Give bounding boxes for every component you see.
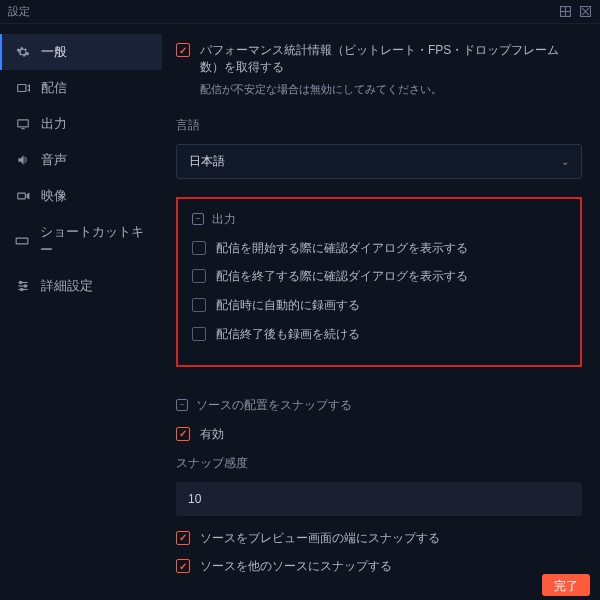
snap-sensitivity-input[interactable]: 10 xyxy=(176,482,582,516)
checkbox[interactable] xyxy=(192,269,206,283)
checkbox[interactable] xyxy=(176,531,190,545)
checkbox[interactable] xyxy=(192,241,206,255)
svg-point-15 xyxy=(20,281,22,283)
footer: 完了 xyxy=(0,574,600,600)
broadcast-icon xyxy=(15,80,31,96)
output-icon xyxy=(15,116,31,132)
sidebar-item-label: 映像 xyxy=(41,187,67,205)
svg-point-16 xyxy=(24,285,26,287)
output-check-start-confirm[interactable]: 配信を開始する際に確認ダイアログを表示する xyxy=(192,240,566,257)
keyboard-icon xyxy=(15,233,30,249)
sidebar-item-output[interactable]: 出力 xyxy=(0,106,162,142)
output-section: − 出力 配信を開始する際に確認ダイアログを表示する 配信を終了する際に確認ダイ… xyxy=(176,197,582,367)
snap-section-title: ソースの配置をスナップする xyxy=(196,397,352,414)
sidebar-item-video[interactable]: 映像 xyxy=(0,178,162,214)
checkbox[interactable] xyxy=(192,298,206,312)
snap-sensitivity-label: スナップ感度 xyxy=(176,455,582,472)
language-select[interactable]: 日本語 ⌄ xyxy=(176,144,582,179)
sidebar-item-label: 配信 xyxy=(41,79,67,97)
sidebar-item-label: 一般 xyxy=(41,43,67,61)
collapse-icon: − xyxy=(176,399,188,411)
output-section-header[interactable]: − 出力 xyxy=(192,211,566,228)
perf-stats-checkbox[interactable] xyxy=(176,43,190,57)
sidebar-item-hotkeys[interactable]: ショートカットキー xyxy=(0,214,162,268)
svg-rect-7 xyxy=(18,120,29,127)
svg-rect-6 xyxy=(18,85,26,92)
done-button[interactable]: 完了 xyxy=(542,574,590,596)
perf-stats-note: 配信が不安定な場合は無効にしてみてください。 xyxy=(200,82,582,97)
snap-other-sources-row[interactable]: ソースを他のソースにスナップする xyxy=(176,558,582,574)
checkbox[interactable] xyxy=(192,327,206,341)
language-value: 日本語 xyxy=(189,153,225,170)
snap-preview-edge-row[interactable]: ソースをプレビュー画面の端にスナップする xyxy=(176,530,582,547)
sidebar-item-advanced[interactable]: 詳細設定 xyxy=(0,268,162,304)
output-check-stop-confirm[interactable]: 配信を終了する際に確認ダイアログを表示する xyxy=(192,268,566,285)
snap-section: − ソースの配置をスナップする 有効 スナップ感度 10 ソースをプレビュー画面… xyxy=(176,385,582,574)
main-panel: パフォーマンス統計情報（ビットレート・FPS・ドロップフレーム数）を取得する 配… xyxy=(162,24,600,574)
snap-enabled-row[interactable]: 有効 xyxy=(176,426,582,443)
sidebar-item-label: 音声 xyxy=(41,151,67,169)
collapse-icon: − xyxy=(192,213,204,225)
output-check-auto-record[interactable]: 配信時に自動的に録画する xyxy=(192,297,566,314)
sidebar-item-stream[interactable]: 配信 xyxy=(0,70,162,106)
snap-section-header[interactable]: − ソースの配置をスナップする xyxy=(176,397,582,414)
perf-stats-row[interactable]: パフォーマンス統計情報（ビットレート・FPS・ドロップフレーム数）を取得する xyxy=(176,42,582,76)
output-section-title: 出力 xyxy=(212,211,236,228)
sidebar-item-label: 出力 xyxy=(41,115,67,133)
checkbox[interactable] xyxy=(176,559,190,573)
titlebar: 設定 xyxy=(0,0,600,24)
window-title: 設定 xyxy=(8,4,30,19)
output-check-keep-recording[interactable]: 配信終了後も録画を続ける xyxy=(192,326,566,343)
sidebar: 一般 配信 出力 音声 映像 ショートカットキー 詳細設定 xyxy=(0,24,162,574)
sidebar-item-general[interactable]: 一般 xyxy=(0,34,162,70)
video-icon xyxy=(15,188,31,204)
sliders-icon xyxy=(15,278,31,294)
sidebar-item-label: ショートカットキー xyxy=(40,223,147,259)
sidebar-item-audio[interactable]: 音声 xyxy=(0,142,162,178)
maximize-icon[interactable] xyxy=(558,5,572,19)
svg-rect-8 xyxy=(18,193,26,199)
chevron-down-icon: ⌄ xyxy=(561,156,569,167)
language-label: 言語 xyxy=(176,117,582,134)
svg-point-17 xyxy=(21,288,23,290)
perf-stats-label: パフォーマンス統計情報（ビットレート・FPS・ドロップフレーム数）を取得する xyxy=(200,42,582,76)
close-icon[interactable] xyxy=(578,5,592,19)
audio-icon xyxy=(15,152,31,168)
svg-rect-9 xyxy=(16,238,28,244)
snap-enabled-checkbox[interactable] xyxy=(176,427,190,441)
gear-icon xyxy=(15,44,31,60)
sidebar-item-label: 詳細設定 xyxy=(41,277,93,295)
